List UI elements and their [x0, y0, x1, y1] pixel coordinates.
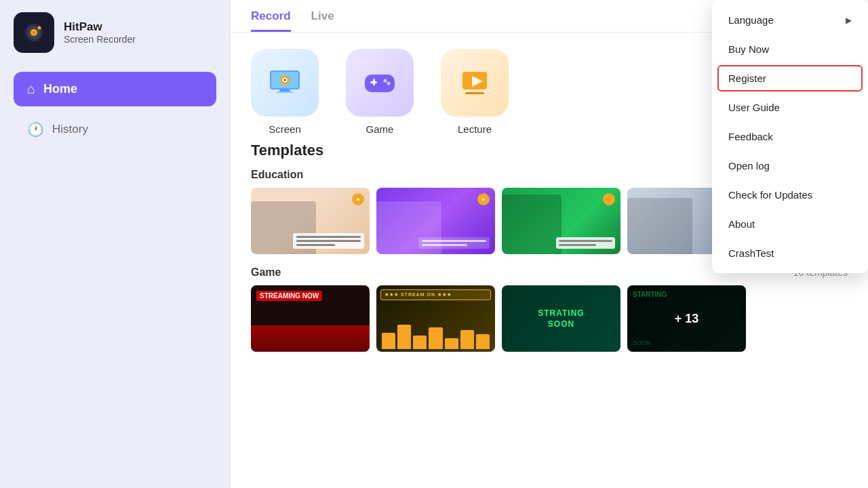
category-game: Game 16 templates STREAMING NOW ★★★ STRE… [251, 266, 848, 352]
svg-point-5 [38, 26, 41, 30]
dropdown-crash-test[interactable]: CrashTest [712, 239, 868, 268]
streaming-badge: STREAMING NOW [256, 291, 322, 301]
thumb-text-block [293, 233, 364, 249]
thumb-badge: ● [477, 193, 490, 205]
plus-badge: + 13 [627, 285, 746, 352]
main-content: Record Live Screen [231, 0, 868, 488]
lecture-icon-wrap [441, 49, 509, 117]
thumb-person-silhouette [502, 195, 561, 254]
dropdown-user-guide[interactable]: User Guide [712, 93, 868, 122]
app-name: HitPaw Screen Recorder [64, 20, 136, 45]
app-subtitle: Screen Recorder [64, 34, 136, 45]
screen-mode-label: Screen [269, 123, 301, 135]
app-logo [14, 12, 54, 53]
dropdown-register[interactable]: Register [717, 65, 863, 92]
mode-lecture[interactable]: Lecture [441, 49, 509, 135]
lecture-mode-label: Lecture [458, 123, 492, 135]
app-logo-icon [20, 19, 47, 46]
thumb-badge [603, 193, 615, 205]
dropdown-feedback[interactable]: Feedback [712, 122, 868, 151]
sidebar-navigation: ⌂ Home 🕐 History [0, 65, 230, 154]
thumb-person-silhouette [627, 198, 692, 254]
history-label: History [52, 123, 88, 136]
edu-thumb-2[interactable]: ● [376, 188, 495, 254]
dropdown-check-updates[interactable]: Check for Updates [712, 180, 868, 209]
sidebar: HitPaw Screen Recorder ⌂ Home 🕐 History [0, 0, 231, 488]
game-thumb-4[interactable]: STARTING SOON + 13 [627, 285, 746, 352]
edu-thumb-1[interactable]: ● [251, 188, 370, 254]
dropdown-menu: Language ▶ Buy Now Register User Guide F… [712, 0, 868, 273]
app-header: HitPaw Screen Recorder [0, 0, 230, 65]
tab-record[interactable]: Record [251, 9, 291, 32]
game-thumb-1[interactable]: STREAMING NOW [251, 285, 370, 352]
history-icon: 🕐 [27, 121, 44, 138]
category-education-name: Education [251, 169, 303, 181]
equalizer [382, 322, 490, 349]
game-thumbs: STREAMING NOW ★★★ STREAM ON ★★★ [251, 285, 848, 352]
mode-game[interactable]: Game [346, 49, 414, 135]
svg-point-4 [33, 31, 36, 35]
svg-rect-12 [277, 92, 293, 93]
screen-mode-icon [264, 62, 305, 103]
thumb-text-block [418, 237, 490, 249]
chevron-right-icon: ▶ [846, 16, 852, 25]
thumb-badge: ● [352, 193, 364, 205]
edu-thumb-3[interactable] [502, 188, 620, 254]
home-nav-item[interactable]: ⌂ Home [14, 72, 216, 106]
history-nav-item[interactable]: 🕐 History [14, 112, 216, 147]
app-title: HitPaw [64, 20, 136, 34]
game-icon-wrap [346, 49, 414, 117]
svg-rect-15 [373, 79, 375, 85]
dropdown-buy-now[interactable]: Buy Now [712, 35, 868, 64]
dropdown-about[interactable]: About [712, 209, 868, 239]
game-mode-icon [359, 62, 400, 103]
dropdown-open-log[interactable]: Open log [712, 151, 868, 180]
tab-live[interactable]: Live [311, 9, 334, 32]
game-thumb-3[interactable]: STRATING SOON [502, 285, 620, 352]
game-thumb-2[interactable]: ★★★ STREAM ON ★★★ [376, 285, 495, 352]
svg-point-17 [387, 82, 391, 85]
lecture-mode-icon [454, 62, 495, 103]
home-icon: ⌂ [27, 81, 35, 97]
svg-rect-20 [465, 92, 484, 94]
game-thumb-3-text: STRATING SOON [502, 285, 620, 352]
svg-point-16 [384, 79, 387, 83]
mode-screen[interactable]: Screen [251, 49, 319, 135]
thumb-text [556, 237, 616, 249]
svg-point-10 [284, 79, 286, 81]
svg-rect-11 [279, 89, 290, 92]
dropdown-language[interactable]: Language ▶ [712, 5, 868, 35]
game-mode-label: Game [366, 123, 394, 135]
home-label: Home [43, 82, 77, 96]
screen-icon-wrap [251, 49, 319, 117]
category-game-name: Game [251, 266, 281, 279]
